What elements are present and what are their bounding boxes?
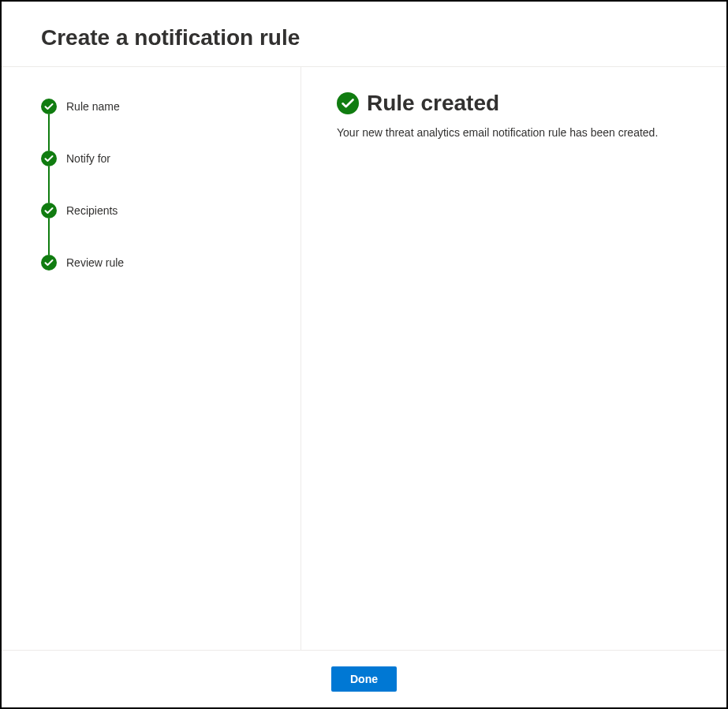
- wizard-step-connector: [48, 166, 50, 203]
- svg-point-0: [41, 99, 57, 114]
- wizard-step-review-rule[interactable]: Review rule: [41, 255, 261, 271]
- check-circle-icon: [41, 255, 57, 271]
- check-circle-icon: [41, 203, 57, 218]
- wizard-step-label: Review rule: [66, 256, 124, 269]
- wizard-step-rule-name[interactable]: Rule name: [41, 99, 261, 151]
- wizard-step-label: Recipients: [66, 204, 118, 217]
- wizard-step-label: Notify for: [66, 152, 110, 165]
- svg-point-2: [41, 203, 57, 218]
- wizard-step-recipients[interactable]: Recipients: [41, 203, 261, 255]
- result-header: Rule created: [337, 91, 691, 116]
- result-title: Rule created: [367, 91, 499, 116]
- svg-point-4: [337, 92, 359, 114]
- success-check-icon: [337, 92, 359, 114]
- done-button[interactable]: Done: [331, 666, 397, 692]
- wizard-steps: Rule name Notify for Recipients: [41, 99, 261, 271]
- result-description: Your new threat analytics email notifica…: [337, 125, 691, 141]
- wizard-step-notify-for[interactable]: Notify for: [41, 151, 261, 203]
- wizard-step-connector: [48, 218, 50, 255]
- dialog-title: Create a notification rule: [41, 25, 687, 50]
- check-circle-icon: [41, 151, 57, 166]
- main-content: Rule created Your new threat analytics e…: [301, 67, 726, 650]
- create-notification-rule-dialog: Create a notification rule Rule name Not…: [0, 0, 728, 709]
- svg-point-3: [41, 255, 57, 271]
- dialog-footer: Done: [2, 650, 726, 707]
- wizard-sidebar: Rule name Notify for Recipients: [2, 67, 301, 650]
- dialog-header: Create a notification rule: [2, 2, 726, 67]
- wizard-step-label: Rule name: [66, 100, 120, 113]
- wizard-step-connector: [48, 114, 50, 151]
- dialog-body: Rule name Notify for Recipients: [2, 67, 726, 650]
- svg-point-1: [41, 151, 57, 166]
- check-circle-icon: [41, 99, 57, 114]
